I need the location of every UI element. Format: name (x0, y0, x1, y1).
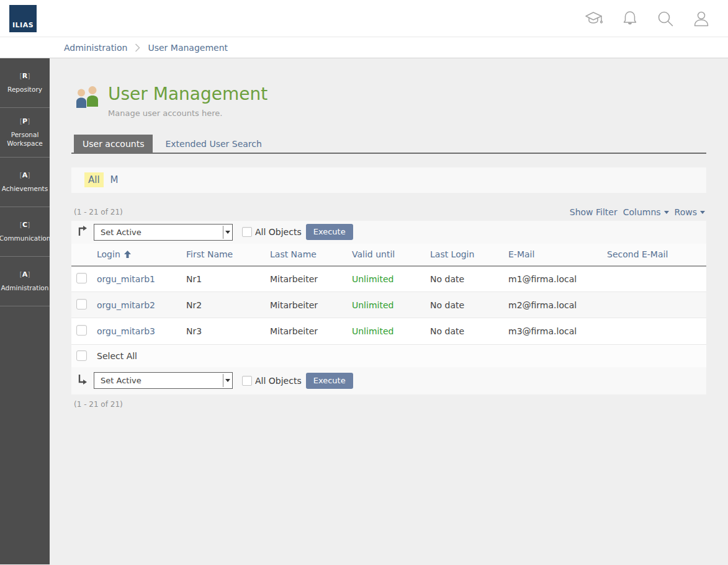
sidebar-item-communication[interactable]: [C] Communication (0, 207, 50, 257)
sidebar-item-administration[interactable]: [A] Administration (0, 257, 50, 306)
help-icon[interactable] (585, 10, 603, 27)
user-management-icon (74, 86, 101, 118)
breadcrumb-user-management[interactable]: User Management (148, 43, 228, 53)
table-header-row: Login First Name Last Name Valid until L… (71, 244, 706, 266)
columns-dropdown[interactable]: Columns (623, 207, 669, 217)
last-login-cell: No date (425, 318, 503, 344)
sidebar-item-label: Achievements (1, 185, 49, 194)
user-login-link[interactable]: orgu_mitarb3 (97, 326, 155, 336)
user-login-link[interactable]: orgu_mitarb1 (97, 274, 155, 284)
rows-dropdown[interactable]: Rows (675, 207, 705, 217)
last-name-cell: Mitarbeiter (265, 318, 347, 344)
show-filter-link[interactable]: Show Filter (570, 207, 618, 217)
achievements-icon: [A] (19, 171, 30, 179)
last-login-cell: No date (425, 266, 503, 292)
select-all-checkbox[interactable] (76, 350, 87, 361)
first-name-cell: Nr3 (181, 318, 265, 344)
second-email-cell (602, 266, 706, 292)
row-checkbox[interactable] (76, 299, 87, 309)
sidebar-item-label: Repository (6, 86, 43, 94)
sort-ascending-icon (124, 251, 131, 258)
bulk-action-bar-bottom: Set Active All Objects Execute (71, 367, 706, 394)
column-header-first-name[interactable]: First Name (181, 244, 265, 266)
tab-bar: User accounts Extended User Search (71, 135, 706, 154)
sidebar-item-label: Communication (0, 234, 52, 243)
sidebar-item-label: Personal Workspace (0, 131, 50, 148)
alphabet-filter: All M (71, 167, 706, 193)
all-objects-checkbox-bottom[interactable] (242, 376, 252, 386)
execute-button[interactable]: Execute (306, 224, 353, 240)
page-subtitle: Manage user accounts here. (108, 109, 267, 118)
communication-icon: [C] (20, 221, 30, 229)
sidebar-item-achievements[interactable]: [A] Achievements (0, 158, 50, 207)
chevron-down-icon (700, 211, 705, 214)
row-checkbox[interactable] (76, 325, 87, 336)
last-name-cell: Mitarbeiter (265, 266, 347, 292)
table-meta-row: (1 - 21 of 21) Show Filter Columns Rows (71, 203, 706, 221)
row-checkbox[interactable] (76, 273, 87, 283)
tab-user-accounts[interactable]: User accounts (74, 135, 153, 153)
valid-until-cell: Unlimited (347, 266, 425, 292)
select-caret-icon (223, 374, 231, 387)
execute-button-bottom[interactable]: Execute (306, 373, 353, 389)
valid-until-cell: Unlimited (347, 318, 425, 344)
result-range-top: (1 - 21 of 21) (74, 208, 123, 216)
top-icon-group (585, 10, 710, 27)
repository-icon: [R] (19, 72, 30, 80)
top-bar: ILIAS (0, 0, 728, 37)
user-icon[interactable] (693, 10, 710, 27)
checkbox-column-header (71, 244, 92, 266)
personal-workspace-icon: [P] (20, 117, 30, 125)
all-objects-label: All Objects (255, 227, 302, 237)
sidebar-item-personal-workspace[interactable]: [P] Personal Workspace (0, 108, 50, 158)
filter-option-all[interactable]: All (84, 172, 104, 187)
user-login-link[interactable]: orgu_mitarb2 (97, 300, 155, 310)
all-objects-checkbox[interactable] (242, 227, 252, 237)
sidebar-item-label: Administration (0, 284, 50, 293)
bulk-action-select[interactable]: Set Active (94, 224, 233, 241)
second-email-cell (602, 318, 706, 344)
search-icon[interactable] (657, 10, 674, 27)
select-all-row: Select All (71, 344, 706, 367)
second-email-cell (602, 292, 706, 318)
apply-down-arrow-icon (78, 374, 88, 388)
breadcrumb: Administration User Management (0, 37, 728, 58)
column-header-last-login[interactable]: Last Login (425, 244, 503, 266)
apply-up-arrow-icon (78, 225, 88, 239)
first-name-cell: Nr2 (181, 292, 265, 318)
last-name-cell: Mitarbeiter (265, 292, 347, 318)
email-cell: m1@firma.local (503, 266, 602, 292)
email-cell: m3@firma.local (503, 318, 602, 344)
column-header-second-email[interactable]: Second E-Mail (602, 244, 706, 266)
select-caret-icon (223, 226, 231, 239)
email-cell: m2@firma.local (503, 292, 602, 318)
chevron-down-icon (664, 211, 669, 214)
select-all-label: Select All (97, 351, 137, 361)
table-row: orgu_mitarb1 Nr1 Mitarbeiter Unlimited N… (71, 266, 706, 292)
user-table: Login First Name Last Name Valid until L… (71, 244, 706, 344)
administration-icon: [A] (19, 270, 30, 278)
page-title: User Management (108, 85, 267, 104)
last-login-cell: No date (425, 292, 503, 318)
all-objects-label: All Objects (255, 376, 302, 386)
table-row: orgu_mitarb2 Nr2 Mitarbeiter Unlimited N… (71, 292, 706, 318)
main-sidebar: [R] Repository [P] Personal Workspace [A… (0, 58, 50, 564)
column-header-login[interactable]: Login (92, 244, 181, 266)
bulk-action-bar-top: Set Active All Objects Execute (71, 221, 706, 244)
breadcrumb-administration[interactable]: Administration (64, 43, 127, 53)
tab-extended-user-search[interactable]: Extended User Search (156, 135, 270, 153)
column-header-valid-until[interactable]: Valid until (347, 244, 425, 266)
ilias-logo[interactable]: ILIAS (9, 5, 37, 32)
result-range-bottom: (1 - 21 of 21) (71, 400, 706, 409)
column-header-last-name[interactable]: Last Name (265, 244, 347, 266)
bulk-action-select-bottom[interactable]: Set Active (94, 372, 233, 389)
chevron-right-icon (135, 43, 140, 52)
column-header-email[interactable]: E-Mail (503, 244, 602, 266)
table-row: orgu_mitarb3 Nr3 Mitarbeiter Unlimited N… (71, 318, 706, 344)
main-content: User Management Manage user accounts her… (50, 58, 728, 564)
page-header: User Management Manage user accounts her… (71, 85, 706, 118)
logo-text: ILIAS (12, 21, 34, 29)
notifications-icon[interactable] (622, 10, 638, 27)
sidebar-item-repository[interactable]: [R] Repository (0, 58, 50, 108)
filter-option-m[interactable]: M (110, 174, 119, 185)
